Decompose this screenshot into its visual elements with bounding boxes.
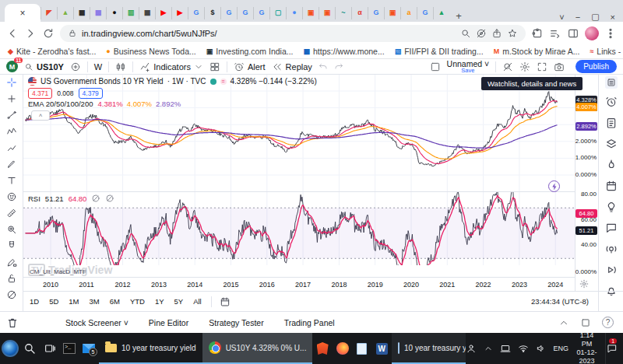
battery-icon[interactable]: [500, 343, 511, 354]
browser-tab[interactable]: G: [368, 7, 384, 19]
rsi-legend[interactable]: RSI 51.21 64.80: [28, 194, 114, 203]
browser-tab[interactable]: ▣: [384, 7, 400, 19]
browser-tab[interactable]: ▣: [319, 7, 335, 19]
save-link[interactable]: Save: [461, 68, 474, 74]
brush-tool-icon[interactable]: [6, 159, 17, 170]
year-label[interactable]: 2020: [403, 281, 419, 289]
bookmark-item[interactable]: ▧FII/FPI & DII trading...: [395, 47, 484, 56]
bookmark-item[interactable]: ◆Kite - Zerodha's fast...: [8, 47, 96, 56]
start-button[interactable]: [0, 333, 19, 364]
brave-icon[interactable]: [312, 333, 332, 364]
range-button-5d[interactable]: 5D: [49, 297, 58, 306]
browser-tab[interactable]: ▢: [269, 7, 286, 19]
zoom-page-icon[interactable]: [460, 28, 471, 39]
bookmark-star-icon[interactable]: [507, 28, 518, 39]
browser-menu-icon[interactable]: [604, 27, 617, 40]
undo-icon[interactable]: [319, 62, 328, 72]
text-tool-icon[interactable]: [6, 175, 17, 186]
range-button-5y[interactable]: 5Y: [174, 297, 184, 306]
ema-legend[interactable]: EMA 20/50/100/200 4.381%4.007%2.892%: [28, 100, 185, 108]
volume-icon[interactable]: [536, 343, 547, 354]
year-label[interactable]: 2021: [439, 281, 455, 289]
year-label[interactable]: 2023: [512, 281, 527, 289]
range-button-1y[interactable]: 1Y: [155, 297, 164, 306]
year-label[interactable]: 2013: [151, 281, 167, 289]
taskbar-window-chrome[interactable]: US10Y 4.328% 0% U...: [202, 333, 313, 364]
expand-panel-icon[interactable]: [558, 317, 569, 328]
fullscreen-icon[interactable]: [537, 61, 547, 72]
browser-tab[interactable]: ●: [286, 7, 302, 19]
price-badge[interactable]: 4.007%: [575, 103, 597, 111]
browser-tab[interactable]: G: [220, 7, 237, 19]
range-button-1m[interactable]: 1M: [69, 297, 79, 306]
browser-tab[interactable]: ~: [335, 7, 351, 19]
object-tree-icon[interactable]: [605, 138, 618, 150]
active-tab[interactable]: ×: [5, 4, 40, 22]
browser-tab[interactable]: ▲: [433, 7, 449, 19]
forward-icon[interactable]: [24, 27, 37, 40]
main-chart-svg[interactable]: [23, 75, 575, 191]
lock-drawings-icon[interactable]: [6, 257, 17, 268]
year-label[interactable]: 2010: [43, 281, 58, 289]
symbol-legend[interactable]: US Government Bonds 10 YR Yield · 1W · T…: [28, 77, 317, 86]
browser-tab[interactable]: ▥: [122, 7, 139, 19]
tray-expand-icon[interactable]: [484, 344, 493, 353]
side-panel-icon[interactable]: [567, 27, 579, 40]
chart-type-icon[interactable]: [115, 61, 126, 72]
lightning-icon[interactable]: [548, 180, 560, 192]
alerts-icon[interactable]: [605, 96, 618, 108]
tab-groups-icon[interactable]: [549, 27, 561, 40]
terminal-icon[interactable]: >_: [59, 333, 79, 364]
browser-tab[interactable]: G: [417, 7, 433, 19]
time-axis[interactable]: 2010201120122013201420152016201720182019…: [23, 277, 575, 291]
axis-settings-gear-icon[interactable]: [579, 279, 589, 289]
range-button-6m[interactable]: 6M: [110, 297, 120, 306]
browser-tab[interactable]: ▲: [57, 7, 73, 19]
tab-search-icon[interactable]: ˅: [559, 12, 564, 22]
watchlist-icon[interactable]: [605, 76, 618, 89]
publish-button[interactable]: Publish: [575, 60, 617, 73]
bottom-tab-strategy-tester[interactable]: Strategy Tester: [209, 318, 263, 327]
maximize-panel-icon[interactable]: [580, 317, 591, 328]
close-tab-icon[interactable]: ×: [19, 8, 25, 19]
year-label[interactable]: 2018: [331, 281, 347, 289]
browser-tab[interactable]: ▶: [155, 7, 171, 19]
range-button-all[interactable]: All: [193, 297, 202, 306]
taskbar-window-folder[interactable]: 10 year treasury yield: [99, 333, 202, 364]
rsi-hide-icon[interactable]: [91, 194, 100, 203]
emoji-tool-icon[interactable]: [6, 191, 17, 202]
wifi-icon[interactable]: [518, 343, 529, 354]
rsi-settings-icon[interactable]: [105, 194, 114, 203]
zoom-in-tool-icon[interactable]: [6, 224, 17, 235]
layout-select-icon[interactable]: [430, 61, 441, 72]
back-icon[interactable]: [6, 27, 19, 40]
macd-indicator-legend[interactable]: CM_Ult_MacD_MTF: [30, 268, 86, 275]
cross-tool-icon[interactable]: [6, 93, 17, 104]
url-text[interactable]: in.tradingview.com/chart/5wuNJfPs/: [82, 29, 217, 38]
browser-tab[interactable]: ▩: [90, 7, 106, 19]
close-window-icon[interactable]: ×: [611, 12, 615, 22]
bookmark-item[interactable]: ▦https://www.mone...: [304, 47, 385, 56]
layout-grid-icon[interactable]: [209, 61, 220, 72]
year-label[interactable]: 2016: [259, 281, 275, 289]
compare-add-icon[interactable]: [70, 61, 81, 72]
chat-icon[interactable]: [605, 222, 618, 234]
help-button[interactable]: ?: [602, 317, 614, 328]
address-bar[interactable]: in.tradingview.com/chart/5wuNJfPs/: [60, 25, 526, 42]
browser-tab[interactable]: a: [400, 7, 417, 19]
share-icon[interactable]: [491, 28, 502, 39]
maximize-window-icon[interactable]: ▢: [591, 12, 599, 22]
bookmark-item[interactable]: ●Business News Toda...: [106, 47, 195, 56]
browser-tab[interactable]: ▣: [302, 7, 319, 19]
browser-tab[interactable]: $: [204, 7, 220, 19]
snapshot-camera-icon[interactable]: [554, 61, 565, 72]
action-center-icon[interactable]: 1: [605, 333, 618, 364]
browser-tab[interactable]: α: [351, 7, 368, 19]
bookmark-item[interactable]: ▣Investing.com India...: [206, 47, 294, 56]
indicators-button[interactable]: Indicators: [139, 61, 203, 72]
year-label[interactable]: 2012: [115, 281, 131, 289]
bottom-tab-pine-editor[interactable]: Pine Editor: [149, 318, 188, 327]
task-view-icon[interactable]: [40, 333, 59, 364]
replay-button[interactable]: Replay: [272, 61, 312, 72]
live-streams-icon[interactable]: [605, 243, 618, 255]
